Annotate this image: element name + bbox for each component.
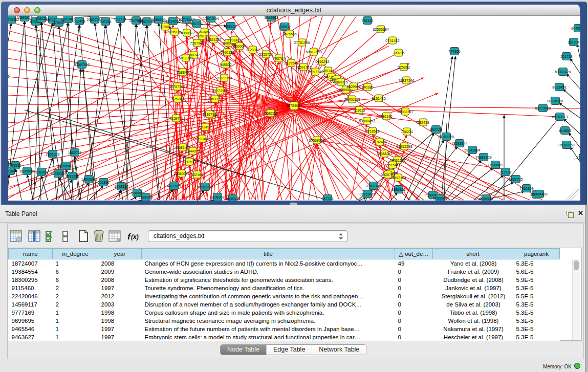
svg-text:4536928: 4536928 xyxy=(226,197,239,201)
svg-text:491703: 491703 xyxy=(190,22,202,26)
svg-text:4192484: 4192484 xyxy=(373,140,386,144)
svg-text:6090138: 6090138 xyxy=(220,51,234,54)
svg-text:24393328: 24393328 xyxy=(16,16,32,19)
svg-text:14616682: 14616682 xyxy=(81,178,97,181)
svg-text:7105903: 7105903 xyxy=(210,195,224,199)
svg-text:17974054: 17974054 xyxy=(203,17,219,20)
svg-text:750142: 750142 xyxy=(361,19,373,23)
svg-text:5368315: 5368315 xyxy=(334,80,347,84)
svg-text:002458: 002458 xyxy=(73,19,85,23)
svg-text:378991: 378991 xyxy=(53,21,64,25)
svg-text:305821: 305821 xyxy=(196,34,208,38)
svg-text:7267949: 7267949 xyxy=(190,41,204,45)
svg-text:286196: 286196 xyxy=(380,115,392,118)
svg-text:5355721: 5355721 xyxy=(259,53,273,56)
svg-text:(x): (x) xyxy=(131,233,139,240)
svg-text:4703160: 4703160 xyxy=(576,156,580,160)
svg-text:79837246: 79837246 xyxy=(398,79,414,82)
svg-text:45681433: 45681433 xyxy=(175,146,190,149)
svg-text:268840: 268840 xyxy=(177,71,188,74)
svg-text:1544975: 1544975 xyxy=(186,149,200,153)
svg-text:29406198: 29406198 xyxy=(344,98,360,101)
svg-text:1699389: 1699389 xyxy=(139,195,153,199)
svg-text:6768563: 6768563 xyxy=(59,164,73,168)
svg-text:0392468: 0392468 xyxy=(195,137,209,141)
svg-text:16997740: 16997740 xyxy=(307,70,323,74)
svg-text:706224: 706224 xyxy=(401,130,412,134)
svg-text:6486945: 6486945 xyxy=(479,197,493,201)
svg-text:20322154: 20322154 xyxy=(216,76,232,80)
svg-text:87791378: 87791378 xyxy=(438,135,454,139)
svg-text:50032675: 50032675 xyxy=(8,163,12,166)
svg-text:87597510: 87597510 xyxy=(74,63,90,67)
svg-text:8576555: 8576555 xyxy=(282,32,296,36)
svg-text:948802: 948802 xyxy=(220,63,231,67)
svg-text:267304: 267304 xyxy=(568,40,579,44)
svg-text:4412625: 4412625 xyxy=(167,184,181,188)
svg-text:48288844: 48288844 xyxy=(451,142,467,145)
svg-text:56392180: 56392180 xyxy=(8,75,10,78)
svg-text:9096690: 9096690 xyxy=(151,18,165,21)
svg-text:03601444: 03601444 xyxy=(365,184,381,188)
svg-text:021633: 021633 xyxy=(353,108,365,112)
svg-text:0026791: 0026791 xyxy=(381,173,395,177)
svg-text:601395: 601395 xyxy=(97,181,109,184)
svg-text:38606689: 38606689 xyxy=(19,169,35,173)
svg-text:439147: 439147 xyxy=(322,69,334,73)
svg-text:830004: 830004 xyxy=(233,45,245,48)
svg-text:614854: 614854 xyxy=(559,129,571,133)
svg-text:62536684: 62536684 xyxy=(373,28,388,31)
svg-text:5817360: 5817360 xyxy=(179,56,192,60)
svg-text:091714: 091714 xyxy=(114,17,126,21)
svg-text:8023458: 8023458 xyxy=(552,85,566,89)
svg-text:774366: 774366 xyxy=(448,50,460,53)
svg-text:1128357: 1128357 xyxy=(246,48,260,52)
svg-text:582439: 582439 xyxy=(417,121,429,124)
svg-text:53952298: 53952298 xyxy=(396,145,412,148)
svg-text:3564363: 3564363 xyxy=(264,16,278,19)
svg-text:85753113: 85753113 xyxy=(552,115,568,119)
svg-text:1216717: 1216717 xyxy=(202,113,216,116)
svg-text:201718: 201718 xyxy=(560,55,572,58)
svg-text:1858317: 1858317 xyxy=(114,185,128,188)
svg-text:740380: 740380 xyxy=(361,85,373,89)
svg-text:18724007: 18724007 xyxy=(286,104,302,107)
svg-text:99235259: 99235259 xyxy=(50,172,66,176)
svg-text:639532: 639532 xyxy=(278,25,290,29)
svg-text:0741422: 0741422 xyxy=(385,39,399,42)
svg-text:8151415: 8151415 xyxy=(372,97,385,100)
svg-text:838383: 838383 xyxy=(35,170,47,174)
svg-text:938257: 938257 xyxy=(225,25,236,28)
svg-text:0363173: 0363173 xyxy=(208,97,222,101)
svg-text:62773068: 62773068 xyxy=(535,106,551,110)
svg-text:7851369: 7851369 xyxy=(519,187,533,190)
svg-text:26591751: 26591751 xyxy=(295,65,311,69)
svg-text:0808689: 0808689 xyxy=(488,163,502,167)
svg-text:9049549: 9049549 xyxy=(571,27,580,30)
svg-text:6437725: 6437725 xyxy=(509,178,522,181)
svg-text:88926316: 88926316 xyxy=(547,99,563,103)
svg-text:35988293: 35988293 xyxy=(376,152,392,156)
svg-text:50617808: 50617808 xyxy=(306,50,321,54)
svg-text:852728: 852728 xyxy=(430,128,442,132)
svg-text:712187: 712187 xyxy=(499,170,511,174)
svg-text:2789906: 2789906 xyxy=(433,196,447,200)
svg-text:22360791: 22360791 xyxy=(173,172,189,176)
svg-text:65515471: 65515471 xyxy=(384,163,400,167)
svg-text:81771988: 81771988 xyxy=(212,89,228,93)
svg-text:8886891: 8886891 xyxy=(391,188,405,191)
svg-text:05810758: 05810758 xyxy=(558,143,574,147)
svg-text:568232: 568232 xyxy=(265,112,276,115)
svg-text:65824237: 65824237 xyxy=(205,38,221,41)
svg-text:2321322: 2321322 xyxy=(46,152,59,156)
svg-text:902660: 902660 xyxy=(159,25,171,29)
svg-text:325393: 325393 xyxy=(398,65,409,69)
svg-text:900754: 900754 xyxy=(99,20,111,24)
svg-text:1791894: 1791894 xyxy=(8,169,17,173)
svg-text:673491: 673491 xyxy=(199,125,211,129)
svg-text:302166: 302166 xyxy=(191,173,203,177)
svg-text:51337420: 51337420 xyxy=(555,70,571,74)
svg-text:67569069: 67569069 xyxy=(309,139,324,142)
svg-text:47484400: 47484400 xyxy=(531,192,547,196)
svg-text:73681809: 73681809 xyxy=(475,156,491,159)
